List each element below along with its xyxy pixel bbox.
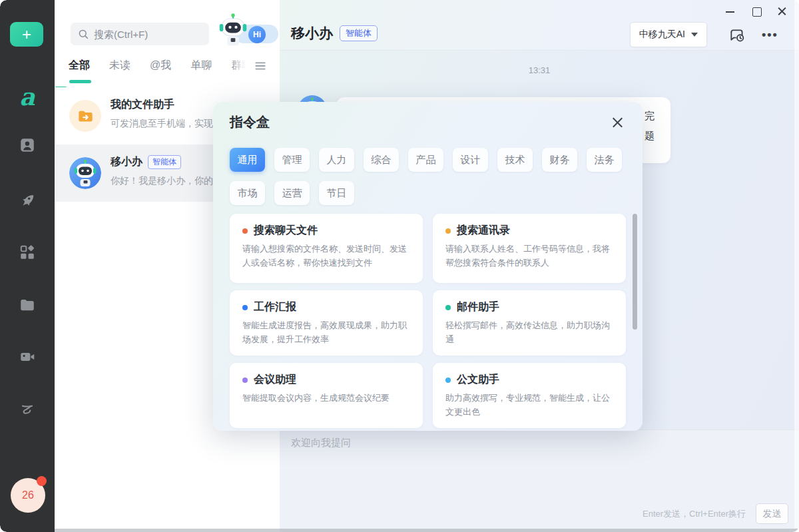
chat-title: 移小办: [111, 155, 142, 169]
category-tab-hr[interactable]: 人力: [319, 148, 354, 172]
card-title: 邮件助手: [457, 300, 499, 314]
category-tab-operations[interactable]: 运营: [274, 181, 310, 205]
card-title: 会议助理: [254, 373, 296, 387]
search-input[interactable]: [94, 29, 194, 40]
conversation-header: 移小办 智能体 中移九天AI •••: [280, 0, 799, 51]
command-card-document-assistant[interactable]: 公文助手 助力高效撰写，专业规范，智能生成，让公文更出色: [433, 363, 626, 428]
chat-history-button[interactable]: [728, 27, 746, 44]
card-dot: [242, 378, 248, 383]
sidebar-item-files[interactable]: [0, 296, 55, 314]
command-category-tabs: 通用 管理 人力 综合 产品 设计 技术 财务 法务 市场 运营 节日: [230, 148, 626, 205]
app-logo[interactable]: a: [0, 83, 55, 111]
card-title: 公文助手: [457, 373, 499, 387]
main-scrollbar-track[interactable]: [794, 0, 799, 528]
category-tab-design[interactable]: 设计: [453, 148, 488, 172]
model-selector-dropdown[interactable]: 中移九天AI: [630, 22, 707, 47]
card-title: 搜索通讯录: [457, 224, 510, 238]
chat-history-icon: [728, 27, 746, 44]
cloud-icon: [19, 400, 36, 417]
card-dot: [242, 305, 248, 310]
command-cards: 搜索聊天文件 请输入想搜索的文件名称、发送时间、发送人或会话名称，帮你快速找到文…: [230, 214, 626, 428]
card-dot: [445, 228, 451, 234]
ellipsis-icon: •••: [762, 31, 778, 38]
tab-group-clipped[interactable]: 群聊: [231, 59, 248, 73]
card-title: 搜索聊天文件: [254, 224, 318, 238]
card-description: 智能提取会议内容，生成规范会议纪要: [242, 392, 410, 405]
conversation-title: 移小办: [291, 24, 333, 43]
maximize-button[interactable]: [750, 5, 762, 17]
chevron-down-icon: [691, 33, 698, 37]
command-card-work-report[interactable]: 工作汇报 智能生成进度报告，高效展现成果，助力职场发展，提升工作效率: [230, 290, 423, 356]
active-tab-underline: [69, 80, 91, 83]
sidebar-item-workbench[interactable]: [0, 192, 55, 209]
modal-scrollbar-thumb[interactable]: [633, 214, 637, 330]
card-description: 轻松撰写邮件，高效传达信息，助力职场沟通: [445, 319, 613, 347]
minimize-button[interactable]: [724, 5, 736, 17]
command-box-modal: 指令盒 通用 管理 人力 综合 产品 设计 技术 财务 法务 市场 运营 节日 …: [213, 102, 643, 431]
sidebar-item-apps[interactable]: [0, 244, 55, 261]
category-tab-legal[interactable]: 法务: [587, 148, 622, 172]
tab-all[interactable]: 全部: [69, 59, 90, 73]
card-dot: [242, 228, 248, 234]
agent-badge: 智能体: [148, 155, 181, 169]
message-timestamp: 13:31: [280, 65, 799, 75]
tab-mentions[interactable]: @我: [150, 59, 171, 73]
more-options-button[interactable]: •••: [762, 27, 782, 43]
card-description: 请输入联系人姓名、工作号码等信息，我将帮您搜索符合条件的联系人: [445, 242, 613, 270]
category-tab-management[interactable]: 管理: [274, 148, 310, 172]
tab-direct[interactable]: 单聊: [190, 59, 212, 73]
app-sidebar: + a: [0, 0, 55, 532]
search-box[interactable]: [71, 23, 209, 45]
category-tab-holiday[interactable]: 节日: [319, 181, 354, 205]
category-tab-product[interactable]: 产品: [408, 148, 443, 172]
card-description: 智能生成进度报告，高效展现成果，助力职场发展，提升工作效率: [242, 319, 410, 347]
close-button[interactable]: [776, 5, 788, 17]
collapse-list-button[interactable]: [254, 59, 267, 73]
tab-unread[interactable]: 未读: [109, 59, 131, 73]
folder-transfer-icon: [77, 107, 95, 125]
notification-dot: [37, 476, 47, 486]
apps-grid-icon: [19, 244, 36, 261]
card-description: 助力高效撰写，专业规范，智能生成，让公文更出色: [445, 392, 613, 419]
app-window: + a: [0, 0, 799, 532]
sidebar-item-contacts[interactable]: [0, 136, 55, 154]
command-card-search-contacts[interactable]: 搜索通讯录 请输入联系人姓名、工作号码等信息，我将帮您搜索符合条件的联系人: [433, 214, 626, 283]
contacts-icon: [19, 136, 36, 154]
category-tab-tech[interactable]: 技术: [497, 148, 533, 172]
list-icon: [254, 59, 267, 73]
new-chat-button[interactable]: +: [10, 22, 43, 47]
file-assistant-avatar: [69, 100, 101, 132]
category-tab-marketing[interactable]: 市场: [230, 181, 265, 205]
command-card-email-assistant[interactable]: 邮件助手 轻松撰写邮件，高效传达信息，助力职场沟通: [433, 290, 626, 356]
send-shortcut-hint: Enter发送，Ctrl+Enter换行: [643, 508, 746, 520]
message-input-area: Enter发送，Ctrl+Enter换行 发送: [280, 429, 799, 532]
robot-avatar: [69, 157, 101, 189]
window-bottom-edge: [55, 529, 799, 532]
modal-close-icon[interactable]: [610, 115, 626, 131]
send-button[interactable]: 发送: [756, 503, 788, 524]
chat-title: 我的文件助手: [111, 98, 174, 112]
model-selector-label: 中移九天AI: [639, 29, 685, 41]
category-tab-admin[interactable]: 综合: [364, 148, 399, 172]
unread-count-badge: 26: [22, 489, 34, 501]
user-avatar[interactable]: 26: [11, 478, 45, 513]
sidebar-item-cloud[interactable]: [0, 400, 55, 417]
chat-filter-tabs: 全部 未读 @我 单聊 群聊: [69, 59, 268, 73]
sidebar-item-meetings[interactable]: [0, 348, 55, 366]
command-card-meeting-assistant[interactable]: 会议助理 智能提取会议内容，生成规范会议纪要: [230, 363, 423, 428]
card-dot: [445, 305, 451, 310]
robot-assistant-icon[interactable]: [215, 13, 251, 49]
window-controls: [724, 4, 788, 19]
rocket-icon: [19, 192, 36, 209]
message-input[interactable]: [291, 437, 784, 500]
category-tab-general[interactable]: 通用: [230, 148, 265, 172]
modal-title: 指令盒: [230, 113, 270, 131]
category-tab-finance[interactable]: 财务: [542, 148, 577, 172]
video-camera-icon: [19, 348, 36, 366]
card-description: 请输入想搜索的文件名称、发送时间、发送人或会话名称，帮你快速找到文件: [242, 242, 410, 270]
card-title: 工作汇报: [254, 300, 296, 314]
agent-badge: 智能体: [340, 25, 378, 41]
card-dot: [445, 378, 451, 383]
search-icon: [77, 28, 89, 40]
command-card-search-files[interactable]: 搜索聊天文件 请输入想搜索的文件名称、发送时间、发送人或会话名称，帮你快速找到文…: [230, 214, 423, 283]
